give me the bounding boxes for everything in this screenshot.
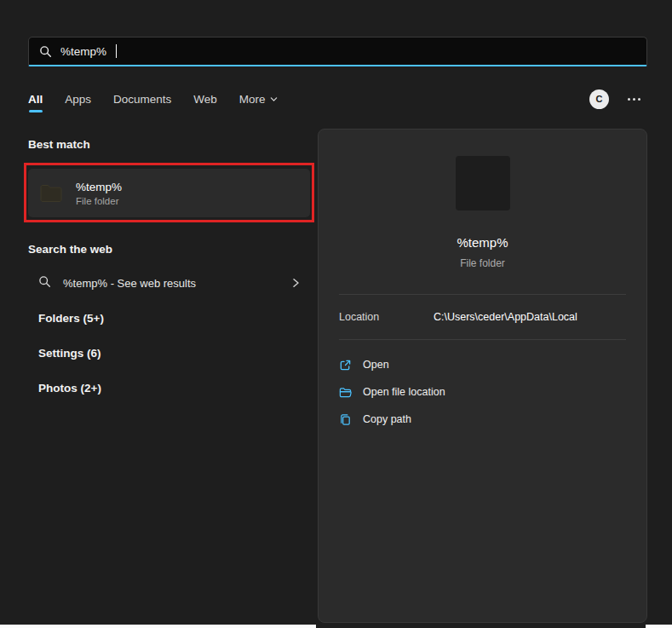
- tab-documents-label: Documents: [113, 93, 171, 106]
- tab-web-label: Web: [193, 93, 217, 106]
- action-copy-path-label: Copy path: [363, 413, 411, 425]
- preview-title: %temp%: [339, 235, 626, 250]
- tab-apps-label: Apps: [65, 93, 91, 106]
- location-value: C:\Users\ceder\AppData\Local: [434, 311, 577, 323]
- start-search-window: %temp% All Apps Documents Web More C Bes…: [0, 0, 672, 628]
- account-avatar[interactable]: C: [589, 89, 609, 109]
- search-query-text: %temp%: [60, 45, 106, 58]
- filter-tabs: All Apps Documents Web More: [28, 88, 278, 111]
- desktop-sliver: [0, 625, 316, 628]
- group-settings[interactable]: Settings (6): [28, 336, 310, 370]
- folder-icon: [38, 181, 64, 206]
- preview-panel: %temp% File folder Location C:\Users\ced…: [318, 129, 647, 623]
- group-folders-label: Folders (5+): [38, 312, 104, 325]
- text-caret: [116, 44, 117, 58]
- copy-icon: [339, 413, 352, 426]
- search-input[interactable]: %temp%: [28, 37, 647, 66]
- divider: [339, 339, 626, 340]
- group-photos-label: Photos (2+): [38, 382, 101, 395]
- chevron-right-icon: [291, 278, 300, 288]
- web-result-label: %temp% - See web results: [63, 277, 279, 290]
- location-row: Location C:\Users\ceder\AppData\Local: [339, 295, 626, 339]
- tab-web[interactable]: Web: [193, 88, 217, 111]
- web-search-result[interactable]: %temp% - See web results: [28, 266, 310, 300]
- best-match-heading: Best match: [28, 138, 318, 151]
- best-match-title: %temp%: [76, 181, 122, 193]
- search-icon: [39, 45, 52, 58]
- tab-more-label: More: [239, 93, 266, 106]
- chevron-down-icon: [270, 95, 278, 103]
- open-icon: [339, 359, 352, 372]
- action-open-file-location[interactable]: Open file location: [334, 378, 631, 406]
- best-match-subtitle: File folder: [76, 196, 122, 206]
- search-icon: [38, 275, 51, 291]
- open-folder-icon: [339, 386, 352, 399]
- action-open-file-location-label: Open file location: [363, 386, 445, 398]
- preview-actions: Open Open file location Copy path: [339, 351, 626, 433]
- location-label: Location: [339, 311, 434, 323]
- results-column: Best match %temp% File folder Search the…: [28, 128, 318, 405]
- group-settings-label: Settings (6): [38, 347, 101, 360]
- folder-icon-large: [456, 156, 510, 210]
- filter-tabs-row: All Apps Documents Web More C: [28, 84, 647, 114]
- tab-all[interactable]: All: [28, 88, 43, 111]
- action-open-label: Open: [363, 359, 389, 371]
- action-copy-path[interactable]: Copy path: [334, 406, 631, 433]
- preview-subtitle: File folder: [339, 257, 626, 269]
- desktop-sliver: [646, 625, 672, 628]
- search-web-heading: Search the web: [28, 243, 318, 256]
- group-folders[interactable]: Folders (5+): [28, 301, 310, 335]
- tab-more[interactable]: More: [239, 88, 278, 111]
- tab-apps[interactable]: Apps: [65, 88, 91, 111]
- best-match-result[interactable]: %temp% File folder: [28, 169, 310, 217]
- tab-all-label: All: [28, 93, 43, 106]
- header-right: C: [589, 89, 647, 109]
- group-photos[interactable]: Photos (2+): [28, 371, 310, 405]
- action-open[interactable]: Open: [334, 351, 631, 378]
- tab-documents[interactable]: Documents: [113, 88, 171, 111]
- more-options-button[interactable]: [626, 93, 642, 106]
- ellipsis-icon: [628, 98, 640, 101]
